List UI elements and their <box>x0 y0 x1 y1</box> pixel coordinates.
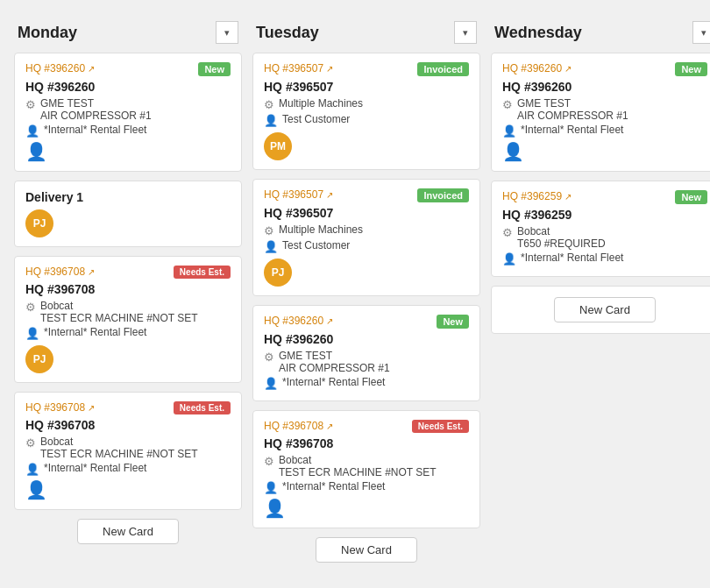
card-machine-text-tue-1: Multiple Machines <box>279 97 363 110</box>
card-machine-row-mon-3: ⚙BobcatTEST ECR MACHINE #NOT SET <box>25 436 231 460</box>
card-mon-delivery[interactable]: Delivery 1PJ <box>14 181 242 247</box>
external-link-icon: ↗ <box>326 316 333 326</box>
card-header-row-tue-4: HQ #396708 ↗Needs Est. <box>264 420 469 433</box>
card-machine-row-mon-2: ⚙BobcatTEST ECR MACHINE #NOT SET <box>25 300 231 324</box>
column-title-monday: Monday <box>18 24 77 42</box>
card-machine-row-wed-2: ⚙BobcatT650 #REQUIRED <box>502 225 707 250</box>
card-badge-tue-4: Needs Est. <box>412 420 469 433</box>
cards-area-tuesday: HQ #396507 ↗InvoicedHQ #396507⚙Multiple … <box>252 53 480 528</box>
card-customer-text-mon-1: *Internal* Rental Fleet <box>44 124 146 136</box>
card-hq-link-tue-4[interactable]: HQ #396708 ↗ <box>264 420 333 432</box>
card-badge-tue-3: New <box>437 315 469 329</box>
card-header-row-mon-2: HQ #396708 ↗Needs Est. <box>25 266 231 279</box>
card-machine-line2-mon-1: AIR COMPRESSOR #1 <box>40 110 152 122</box>
card-machine-line1-tue-1: Multiple Machines <box>279 97 363 110</box>
card-hq-link-tue-3[interactable]: HQ #396260 ↗ <box>264 315 333 327</box>
card-badge-mon-3: Needs Est. <box>174 401 231 414</box>
card-badge-mon-2: Needs Est. <box>174 266 231 279</box>
machine-icon: ⚙ <box>25 98 36 111</box>
card-badge-tue-2: Invoiced <box>417 188 469 202</box>
card-tue-1[interactable]: HQ #396507 ↗InvoicedHQ #396507⚙Multiple … <box>252 53 480 170</box>
column-menu-btn-tuesday[interactable]: ▾ <box>454 21 477 44</box>
card-hq-link-tue-2[interactable]: HQ #396507 ↗ <box>264 188 333 201</box>
customer-icon: 👤 <box>264 240 278 253</box>
card-person-icon-mon-3: 👤 <box>25 479 231 500</box>
card-mon-1[interactable]: HQ #396260 ↗NewHQ #396260⚙GME TESTAIR CO… <box>14 53 242 172</box>
external-link-icon: ↗ <box>326 422 333 431</box>
card-title-mon-delivery: Delivery 1 <box>25 190 231 204</box>
card-hq-link-tue-1[interactable]: HQ #396507 ↗ <box>264 62 333 74</box>
card-machine-row-tue-2: ⚙Multiple Machines <box>264 223 469 237</box>
card-hq-link-mon-1[interactable]: HQ #396260 ↗ <box>25 62 95 74</box>
column-wednesday: Wednesday▾HQ #396260 ↗NewHQ #396260⚙GME … <box>491 14 710 334</box>
card-machine-text-tue-3: GME TESTAIR COMPRESSOR #1 <box>279 350 390 374</box>
card-machine-line1-tue-3: GME TEST <box>279 350 390 362</box>
column-title-wednesday: Wednesday <box>494 24 582 42</box>
card-header-row-wed-1: HQ #396260 ↗New <box>502 62 707 76</box>
card-machine-row-tue-3: ⚙GME TESTAIR COMPRESSOR #1 <box>264 350 469 374</box>
card-header-row-tue-1: HQ #396507 ↗Invoiced <box>264 62 469 76</box>
card-wed-2[interactable]: HQ #396259 ↗NewHQ #396259⚙BobcatT650 #RE… <box>491 181 710 277</box>
cards-area-monday: HQ #396260 ↗NewHQ #396260⚙GME TESTAIR CO… <box>14 53 242 510</box>
card-machine-text-mon-2: BobcatTEST ECR MACHINE #NOT SET <box>40 300 198 324</box>
customer-icon: 👤 <box>25 327 39 340</box>
card-machine-text-wed-2: BobcatT650 #REQUIRED <box>517 225 606 250</box>
card-customer-row-tue-1: 👤Test Customer <box>264 113 469 127</box>
card-machine-line1-wed-2: Bobcat <box>517 225 606 237</box>
external-link-icon: ↗ <box>326 64 333 74</box>
card-hq-link-mon-2[interactable]: HQ #396708 ↗ <box>25 266 95 278</box>
card-tue-3[interactable]: HQ #396260 ↗NewHQ #396260⚙GME TESTAIR CO… <box>252 305 480 401</box>
column-menu-btn-monday[interactable]: ▾ <box>216 21 238 44</box>
card-title-mon-3: HQ #396708 <box>25 418 231 432</box>
card-wed-1[interactable]: HQ #396260 ↗NewHQ #396260⚙GME TESTAIR CO… <box>491 53 710 172</box>
external-link-icon: ↗ <box>88 64 95 74</box>
customer-icon: 👤 <box>502 252 516 266</box>
column-header-wednesday: Wednesday▾ <box>491 14 710 53</box>
card-mon-2[interactable]: HQ #396708 ↗Needs Est.HQ #396708⚙BobcatT… <box>14 256 242 383</box>
machine-icon: ⚙ <box>264 455 274 468</box>
card-machine-text-mon-3: BobcatTEST ECR MACHINE #NOT SET <box>40 436 198 460</box>
card-machine-line2-mon-3: TEST ECR MACHINE #NOT SET <box>40 448 198 460</box>
card-person-icon-tue-4: 👤 <box>264 498 469 519</box>
card-customer-row-mon-2: 👤*Internal* Rental Fleet <box>25 326 231 340</box>
card-title-tue-3: HQ #396260 <box>264 332 469 346</box>
card-machine-text-mon-1: GME TESTAIR COMPRESSOR #1 <box>40 97 152 122</box>
column-title-tuesday: Tuesday <box>256 24 319 42</box>
card-tue-4[interactable]: HQ #396708 ↗Needs Est.HQ #396708⚙BobcatT… <box>252 410 480 528</box>
card-machine-text-wed-1: GME TESTAIR COMPRESSOR #1 <box>517 97 628 122</box>
card-title-wed-1: HQ #396260 <box>502 80 707 94</box>
card-mon-3[interactable]: HQ #396708 ↗Needs Est.HQ #396708⚙BobcatT… <box>14 392 242 510</box>
machine-icon: ⚙ <box>25 301 36 314</box>
card-customer-text-wed-2: *Internal* Rental Fleet <box>521 251 623 264</box>
card-customer-text-tue-3: *Internal* Rental Fleet <box>282 376 385 388</box>
card-tue-2[interactable]: HQ #396507 ↗InvoicedHQ #396507⚙Multiple … <box>252 179 480 296</box>
card-hq-link-wed-1[interactable]: HQ #396260 ↗ <box>502 62 572 74</box>
kanban-board: Monday▾HQ #396260 ↗NewHQ #396260⚙GME TES… <box>14 14 696 563</box>
card-customer-row-wed-1: 👤*Internal* Rental Fleet <box>502 124 707 138</box>
card-title-wed-2: HQ #396259 <box>502 208 707 222</box>
column-header-monday: Monday▾ <box>14 14 242 53</box>
card-badge-mon-1: New <box>198 62 231 76</box>
new-card-placeholder-wednesday: New Card <box>491 286 710 334</box>
customer-icon: 👤 <box>264 114 278 127</box>
machine-icon: ⚙ <box>502 98 513 111</box>
card-avatar-mon-delivery: PJ <box>25 209 53 237</box>
card-machine-line1-tue-2: Multiple Machines <box>279 223 363 236</box>
new-card-btn-tuesday[interactable]: New Card <box>316 537 417 563</box>
card-header-row-tue-2: HQ #396507 ↗Invoiced <box>264 188 469 202</box>
card-machine-row-wed-1: ⚙GME TESTAIR COMPRESSOR #1 <box>502 97 707 122</box>
column-menu-btn-wednesday[interactable]: ▾ <box>692 21 710 44</box>
card-customer-text-mon-3: *Internal* Rental Fleet <box>44 462 146 474</box>
card-person-icon-mon-1: 👤 <box>25 141 231 162</box>
card-hq-link-wed-2[interactable]: HQ #396259 ↗ <box>502 190 572 202</box>
card-machine-row-mon-1: ⚙GME TESTAIR COMPRESSOR #1 <box>25 97 231 122</box>
machine-icon: ⚙ <box>264 98 274 111</box>
new-card-btn-monday[interactable]: New Card <box>77 519 179 544</box>
card-customer-text-wed-1: *Internal* Rental Fleet <box>521 124 623 136</box>
card-hq-link-mon-3[interactable]: HQ #396708 ↗ <box>25 401 95 414</box>
customer-icon: 👤 <box>25 124 39 138</box>
card-title-mon-2: HQ #396708 <box>25 282 231 296</box>
column-tuesday: Tuesday▾HQ #396507 ↗InvoicedHQ #396507⚙M… <box>252 14 480 563</box>
external-link-icon: ↗ <box>564 192 572 202</box>
new-card-standalone-btn-wednesday[interactable]: New Card <box>554 297 656 322</box>
